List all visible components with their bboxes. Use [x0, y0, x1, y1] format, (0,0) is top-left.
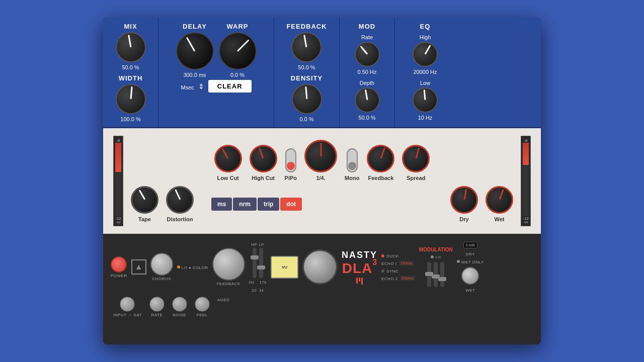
wave-lines	[356, 278, 363, 285]
chorus-knob[interactable]	[150, 253, 173, 276]
hplp-values: Hz 17k	[249, 279, 267, 285]
tape-label: Tape	[138, 216, 151, 222]
delay-knob[interactable]	[176, 32, 214, 70]
mod-depth-knob[interactable]	[355, 87, 380, 113]
aged-wrap: AGED	[217, 297, 230, 317]
delay-label: DELAY	[183, 23, 207, 30]
feel-knob[interactable]	[195, 297, 210, 312]
lp-fader[interactable]	[259, 248, 263, 278]
dla-superscript: 3	[372, 258, 377, 267]
dry-wrap: Dry	[450, 186, 478, 222]
noise-wrap: NOISE	[172, 297, 187, 317]
noise-knob[interactable]	[172, 297, 187, 312]
controls-row1: Low Cut High Cut PiPo	[131, 140, 513, 181]
lp-label: LP	[259, 242, 265, 247]
dla-text: DLA	[342, 260, 373, 277]
power-label: POWER	[111, 274, 127, 278]
feedback-mid-wrap: Feedback	[367, 145, 394, 181]
input-knob[interactable]	[120, 297, 135, 312]
dry-hw-row: 0.0dB	[463, 242, 477, 248]
warp-knob[interactable]	[219, 32, 257, 70]
feedback-hw-label: FEEDBACK	[217, 282, 240, 286]
quarter-knob[interactable]	[304, 140, 337, 172]
power-button[interactable]	[111, 256, 127, 273]
nrm-button[interactable]: nrm	[233, 198, 257, 211]
lp-thumb	[257, 265, 265, 269]
sync-row: SYNC	[381, 268, 415, 274]
mix-width-panel: MIX 50.0 % WIDTH 100.0 %	[103, 18, 158, 127]
vu-meter-right: -6 -12 -Inf	[521, 136, 531, 226]
duck-led	[381, 254, 384, 257]
hp-label: HP	[251, 242, 257, 247]
high-cut-wrap: High Cut	[250, 145, 277, 181]
dot-button[interactable]: dot	[280, 198, 302, 211]
mono-toggle[interactable]	[347, 148, 358, 172]
eq-high-container: High 20000 Hz	[413, 32, 438, 75]
mod-faders	[427, 262, 444, 287]
wet-only-row: WET ONLY	[457, 259, 484, 264]
trip-button[interactable]: trip	[258, 198, 279, 211]
hplp-faders	[253, 248, 263, 278]
main-knob[interactable]	[302, 249, 338, 285]
density-knob[interactable]	[292, 84, 322, 114]
tape-knob[interactable]	[131, 186, 158, 214]
mix-value: 50.0 %	[122, 64, 139, 70]
branding: NASTY DLA 3	[342, 250, 377, 285]
mod-fader2[interactable]	[434, 262, 438, 287]
vu-left-top: -6	[116, 138, 120, 143]
wet-knob[interactable]	[486, 186, 513, 214]
eq-high-knob[interactable]	[413, 42, 438, 67]
high-cut-label: High Cut	[252, 175, 275, 181]
feedback-mid-label: Feedback	[368, 175, 394, 181]
input-label: INPUT ← SAT	[113, 313, 142, 317]
width-knob[interactable]	[116, 84, 146, 114]
vu-display: VU	[271, 256, 298, 279]
vu-left-mid: -12	[115, 216, 121, 221]
feel-wrap: FEEL	[195, 297, 210, 317]
feedback-mid-knob[interactable]	[367, 145, 394, 172]
time-buttons-row: ms nrm trip dot	[211, 198, 302, 211]
hp-fader[interactable]	[253, 248, 257, 278]
mono-label: Mono	[345, 175, 359, 181]
wet-hw-knob[interactable]	[461, 267, 479, 285]
power-section: POWER	[111, 256, 127, 278]
width-knob-container: WIDTH 100.0 %	[116, 74, 146, 122]
ms-button[interactable]: ms	[211, 198, 232, 211]
feedback-top-knob[interactable]	[291, 32, 321, 62]
mod-fader1[interactable]	[427, 262, 431, 287]
feedback-hw-knob[interactable]	[212, 248, 245, 281]
eq-low-label: Low	[420, 80, 430, 86]
vu-display-section: VU	[271, 256, 298, 279]
duck-echo-section: DUCK ECHO I 333ms SYNC ECHO 2 500ms	[381, 253, 415, 281]
pipo-toggle[interactable]	[285, 148, 296, 172]
chorus-label: CHORUS	[152, 277, 171, 281]
mod-switch-label: I-II	[435, 255, 441, 259]
distortion-knob[interactable]	[166, 186, 194, 214]
echo1-label: ECHO I	[381, 261, 397, 266]
vu-left-bot: -Inf	[116, 221, 121, 224]
mix-knob[interactable]	[116, 32, 146, 62]
wet-hw-label: WET	[465, 288, 475, 293]
eq-low-container: Low 10 Hz	[413, 78, 438, 121]
sync-label: SYNC	[386, 269, 398, 274]
echo1-row: ECHO I 333ms	[381, 260, 415, 266]
density-value: 0.0 %	[299, 116, 313, 122]
rate-knob[interactable]	[149, 297, 165, 312]
clear-button[interactable]: CLEAR	[208, 80, 252, 93]
dry-knob[interactable]	[450, 186, 478, 214]
time-buttons-wrap: ms nrm trip dot	[211, 198, 302, 211]
middle-section: -6 -12 -Inf Low Cut High Cut	[103, 128, 541, 234]
eq-low-knob[interactable]	[413, 87, 438, 113]
low-cut-knob[interactable]	[214, 145, 242, 172]
color-switch-row: I-II ● COLOR	[177, 264, 208, 270]
duck-row: DUCK	[381, 253, 415, 258]
hplp-labels-row: HP LP	[251, 241, 264, 247]
mod-rate-knob[interactable]	[355, 42, 380, 67]
vu-right-mid: -12	[523, 216, 529, 221]
logo-badge: ▲	[131, 259, 146, 275]
mod-fader3[interactable]	[440, 262, 444, 287]
high-cut-knob[interactable]	[250, 145, 277, 172]
dry-label: Dry	[459, 216, 468, 222]
spread-knob[interactable]	[402, 145, 430, 172]
delay-knob-wrap: DELAY 300.0 ms	[176, 23, 214, 78]
